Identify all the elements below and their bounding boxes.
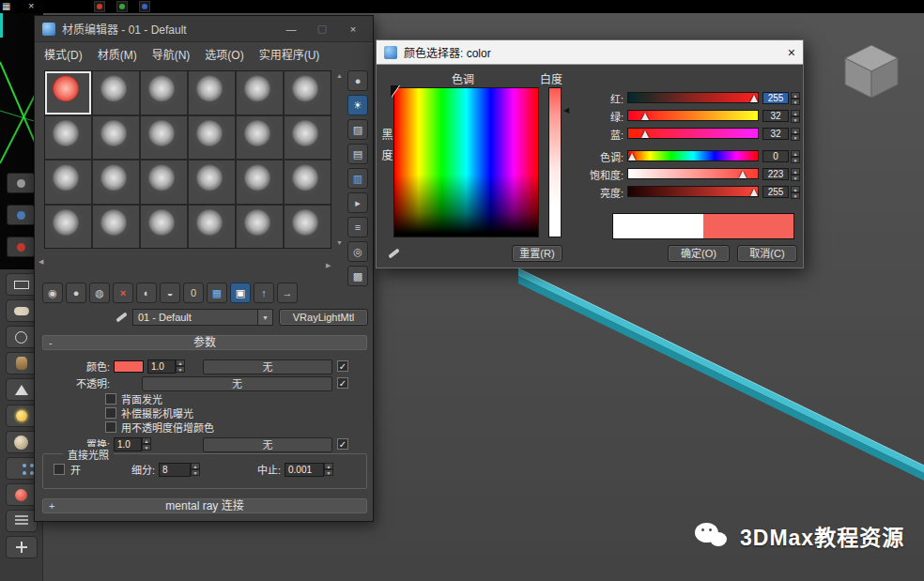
emit-backside-checkbox[interactable] (105, 393, 116, 405)
red-dot-icon[interactable] (94, 1, 105, 12)
red-sphere-tool-button[interactable] (6, 483, 38, 506)
cylinder-tool-button[interactable] (6, 352, 38, 375)
show-end-result-button[interactable]: ▣ (230, 283, 251, 303)
displacement-amount-spinner[interactable]: 1.0 ▲▼ (114, 437, 151, 451)
material-sample-slot[interactable] (285, 71, 331, 115)
circle-tool-button[interactable] (6, 326, 38, 348)
red-spinner[interactable]: ▲▼ (791, 92, 800, 105)
color-swatch[interactable] (114, 360, 144, 373)
spinner-up-icon[interactable]: ▲ (791, 92, 800, 99)
maximize-icon[interactable]: ▢ (310, 23, 334, 35)
red-value-field[interactable]: 255 (762, 92, 789, 104)
cutoff-value[interactable]: 0.001 (285, 463, 324, 477)
put-to-library-button[interactable]: ◒ (160, 283, 180, 303)
hue-blackness-field[interactable] (393, 87, 539, 237)
material-sample-slot[interactable] (189, 71, 235, 115)
slider-marker-icon[interactable] (628, 153, 636, 161)
material-sample-slot[interactable] (93, 206, 139, 249)
material-sample-slot[interactable] (285, 116, 331, 160)
hue-slider[interactable] (627, 150, 759, 161)
material-name-dropdown[interactable]: 01 - Default ▼ (132, 309, 273, 326)
material-sample-slot[interactable] (93, 71, 139, 115)
material-id-button[interactable]: 0 (183, 283, 204, 303)
sample-type-button[interactable]: ● (347, 70, 368, 91)
material-sample-slot[interactable] (45, 161, 91, 204)
get-material-button[interactable]: ◉ (42, 283, 63, 303)
spinner-up-icon[interactable]: ▲ (791, 168, 800, 175)
menu-navigation[interactable]: 导航(N) (152, 46, 191, 59)
mental-ray-rollout-header[interactable]: + mental ray 连接 (42, 498, 367, 513)
show-map-in-viewport-button[interactable]: ▦ (207, 283, 227, 303)
spinner-down-icon[interactable]: ▼ (176, 366, 185, 373)
pick-screen-color-button[interactable] (386, 245, 408, 263)
slider-marker-icon[interactable] (641, 113, 649, 120)
material-sample-slot[interactable] (189, 161, 235, 204)
compensate-exposure-checkbox[interactable] (105, 407, 116, 419)
scroll-down-button[interactable]: ▼ (336, 239, 343, 247)
displacement-amount-value[interactable]: 1.0 (114, 437, 142, 451)
pick-material-button[interactable] (114, 309, 131, 326)
options-button[interactable]: ≡ (347, 217, 368, 237)
put-material-to-scene-button[interactable]: ● (66, 283, 86, 303)
whiteness-strip[interactable] (548, 87, 562, 237)
color-cursor-icon[interactable] (391, 85, 399, 98)
spinner-up-icon[interactable]: ▲ (791, 150, 800, 157)
reset-map-button[interactable]: × (113, 283, 133, 303)
material-sample-slot[interactable] (285, 206, 331, 249)
material-sample-slot[interactable] (45, 206, 91, 249)
slider-marker-icon[interactable] (750, 95, 758, 102)
go-to-parent-button[interactable]: ↑ (254, 283, 274, 303)
rectangle-tool-button[interactable] (6, 273, 38, 296)
render-setup-icon[interactable] (7, 173, 35, 193)
material-sample-slot[interactable] (141, 71, 187, 115)
scroll-up-button[interactable]: ▲ (336, 72, 343, 80)
sample-uv-tiling-button[interactable]: ▤ (347, 144, 368, 164)
material-sample-slot[interactable] (45, 116, 91, 160)
material-sample-slot[interactable] (141, 161, 187, 204)
generate-preview-button[interactable]: ▸ (347, 192, 368, 213)
spinner-down-icon[interactable]: ▼ (791, 192, 800, 199)
material-sample-slot[interactable] (285, 161, 331, 204)
color-amount-spinner[interactable]: 1.0 ▲▼ (147, 359, 185, 374)
hue-spinner[interactable]: ▲▼ (791, 150, 800, 163)
menu-material[interactable]: 材质(M) (98, 46, 137, 59)
spinner-down-icon[interactable]: ▼ (791, 157, 800, 163)
material-type-button[interactable]: VRayLightMtl (279, 309, 368, 326)
slider-marker-icon[interactable] (739, 171, 747, 178)
subdivs-spinner[interactable]: 8 ▲▼ (159, 463, 200, 477)
material-sample-slot[interactable] (237, 71, 283, 115)
pyramid-tool-button[interactable] (6, 378, 38, 401)
ok-button[interactable]: 确定(O) (668, 245, 730, 262)
cutoff-spinner[interactable]: 0.001 ▲▼ (285, 463, 333, 477)
material-sample-slot[interactable] (141, 206, 187, 249)
spinner-up-icon[interactable]: ▲ (791, 110, 800, 116)
light-tool-button[interactable] (6, 405, 38, 427)
menu-utilities[interactable]: 实用程序(U) (259, 46, 320, 59)
displacement-map-button[interactable]: 无 (203, 437, 332, 452)
video-camera-icon[interactable] (7, 237, 35, 257)
spinner-arrows[interactable]: ▲▼ (191, 463, 200, 477)
blue-slider[interactable] (627, 128, 759, 139)
reset-button[interactable]: 重置(R) (512, 245, 562, 262)
go-forward-sibling-button[interactable]: → (277, 283, 298, 303)
spinner-down-icon[interactable]: ▼ (791, 134, 800, 141)
color-map-checkbox[interactable]: ✓ (337, 360, 348, 372)
material-sample-slot[interactable] (237, 161, 283, 204)
material-sample-slot[interactable] (93, 116, 139, 160)
sphere-tool-button[interactable] (6, 431, 38, 453)
top-close-icon[interactable]: × (28, 0, 34, 12)
value-slider[interactable] (627, 186, 759, 197)
spinner-up-icon[interactable]: ▲ (791, 186, 800, 192)
spinner-up-icon[interactable]: ▲ (191, 463, 200, 469)
opacity-map-button[interactable]: 无 (142, 376, 332, 391)
close-icon[interactable]: × (788, 45, 795, 60)
params-rollout-header[interactable]: - 参数 (42, 335, 367, 350)
material-sample-slot[interactable] (93, 161, 139, 204)
make-unique-button[interactable]: ◐ (136, 283, 157, 303)
spinner-down-icon[interactable]: ▼ (791, 175, 800, 181)
minimize-icon[interactable]: — (279, 23, 303, 35)
material-sample-slot[interactable] (237, 206, 283, 249)
material-sample-slot[interactable] (189, 116, 235, 160)
multiply-color-by-opacity-checkbox[interactable] (105, 421, 116, 433)
video-color-check-button[interactable]: ▥ (347, 168, 368, 189)
